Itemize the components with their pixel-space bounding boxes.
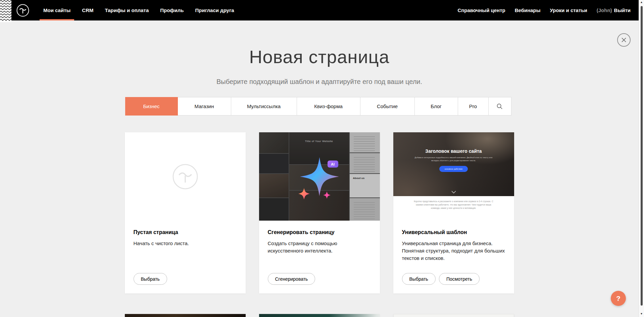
template-hero: Заголовок вашего сайта Добавьте интересн… xyxy=(393,132,514,196)
logout-label: Выйти xyxy=(614,7,631,13)
template-cards-row-2 xyxy=(125,314,514,317)
card-universal-template: Заголовок вашего сайта Добавьте интересн… xyxy=(393,132,514,293)
card-title: Пустая страница xyxy=(134,229,237,235)
card-actions: Выбрать Посмотреть xyxy=(402,273,505,285)
tab-quiz-form[interactable]: Квиз-форма xyxy=(297,97,360,116)
search-icon xyxy=(496,103,503,110)
ai-sparkle-icon xyxy=(291,150,348,203)
card-body: Универсальный шаблон Универсальная стран… xyxy=(393,221,514,293)
nav-item-my-sites[interactable]: Мои сайты xyxy=(38,0,76,20)
card-body: Сгенерировать страницу Создать страницу … xyxy=(259,221,380,293)
tab-event[interactable]: Событие xyxy=(360,97,415,116)
page-title: Новая страница xyxy=(0,46,639,67)
card-description: Универсальная страница для бизнеса. Поня… xyxy=(402,240,505,262)
new-page-modal: Новая страница Выберите подходящий шабло… xyxy=(0,20,639,317)
card-ai-generate: Title of Your Website About us xyxy=(259,132,380,293)
tilda-watermark-icon xyxy=(172,164,198,190)
template-cards-row: Пустая страница Начать с чистого листа. … xyxy=(125,132,514,293)
template-thumbnail[interactable] xyxy=(125,314,246,317)
choose-button[interactable]: Выбрать xyxy=(134,273,167,285)
zigzag-pattern-strip xyxy=(0,0,11,22)
ai-generate-preview[interactable]: Title of Your Website About us xyxy=(259,132,380,221)
template-hero-text: Добавьте интересные подробности о вашей … xyxy=(415,156,493,162)
chevron-down-icon xyxy=(451,191,456,193)
nav-item-webinars[interactable]: Вебинары xyxy=(510,7,545,13)
template-body-section: Коротко представьтесь и расскажите о ком… xyxy=(393,196,514,221)
preview-button[interactable]: Посмотреть xyxy=(439,273,480,285)
nav-item-profile[interactable]: Профиль xyxy=(154,0,189,20)
close-icon xyxy=(621,37,627,43)
navbar-secondary-menu: Справочный центр Вебинары Уроки и статьи… xyxy=(453,0,639,20)
scroll-down-icon[interactable]: ▼ xyxy=(640,312,643,316)
tab-business[interactable]: Бизнес xyxy=(125,97,178,116)
tab-pro[interactable]: Pro xyxy=(458,97,489,116)
tilda-logo[interactable] xyxy=(11,0,38,20)
ai-badge: AI xyxy=(328,161,338,168)
zigzag-pattern-icon xyxy=(0,0,11,22)
template-category-tabs: Бизнес Магазин Мультиссылка Квиз-форма С… xyxy=(125,97,514,116)
tab-search[interactable] xyxy=(488,97,511,116)
template-body-text: Коротко представьтесь и расскажите о ком… xyxy=(411,200,496,221)
nav-item-pricing[interactable]: Тарифы и оплата xyxy=(99,0,154,20)
tab-store[interactable]: Магазин xyxy=(178,97,231,116)
tab-blog[interactable]: Блог xyxy=(414,97,458,116)
user-name: (John) xyxy=(597,7,612,13)
template-thumbnail[interactable] xyxy=(393,314,514,317)
nav-item-lessons[interactable]: Уроки и статьи xyxy=(545,7,592,13)
blank-page-preview xyxy=(125,132,246,221)
card-body: Пустая страница Начать с чистого листа. … xyxy=(125,221,246,293)
card-description: Начать с чистого листа. xyxy=(134,240,237,247)
choose-button[interactable]: Выбрать xyxy=(402,273,436,285)
nav-item-logout[interactable]: (John) Выйти xyxy=(592,7,635,13)
nav-item-crm[interactable]: CRM xyxy=(76,0,99,20)
template-hero-button: основное действие xyxy=(439,166,468,172)
generate-button[interactable]: Сгенерировать xyxy=(268,273,315,285)
card-title: Универсальный шаблон xyxy=(402,229,505,235)
nav-item-invite-friend[interactable]: Пригласи друга xyxy=(189,0,240,20)
template-thumbnail[interactable] xyxy=(259,314,380,317)
template-preview[interactable]: Заголовок вашего сайта Добавьте интересн… xyxy=(393,132,514,221)
card-title: Сгенерировать страницу xyxy=(268,229,371,235)
scrollbar-thumb[interactable] xyxy=(641,6,643,306)
close-button[interactable] xyxy=(617,33,631,47)
top-navbar: Мои сайты CRM Тарифы и оплата Профиль Пр… xyxy=(11,0,639,20)
vertical-scrollbar[interactable]: ▲ ▼ xyxy=(639,0,644,317)
help-button[interactable]: ? xyxy=(611,291,626,306)
navbar-menu: Мои сайты CRM Тарифы и оплата Профиль Пр… xyxy=(38,0,240,20)
tilda-logo-icon xyxy=(16,4,30,17)
tab-multilink[interactable]: Мультиссылка xyxy=(231,97,297,116)
template-hero-title: Заголовок вашего сайта xyxy=(425,148,482,154)
page-subtitle: Выберите подходящий шаблон и адаптируйте… xyxy=(0,78,639,86)
scroll-up-icon[interactable]: ▲ xyxy=(640,0,643,5)
card-actions: Выбрать xyxy=(134,273,237,285)
nav-item-help-center[interactable]: Справочный центр xyxy=(453,7,510,13)
card-blank-page: Пустая страница Начать с чистого листа. … xyxy=(125,132,246,293)
card-description: Создать страницу с помощью искусственног… xyxy=(268,240,352,255)
card-actions: Сгенерировать xyxy=(268,273,371,285)
